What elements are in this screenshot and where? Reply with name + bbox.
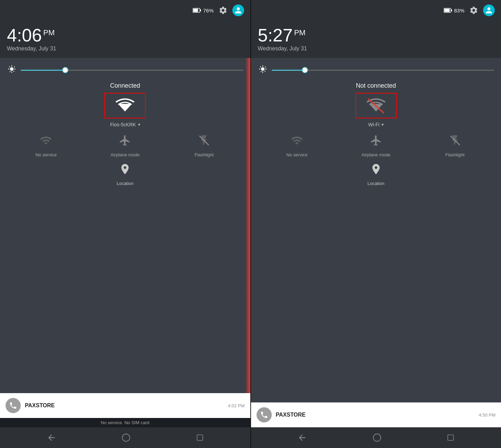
- right-location-icon: [370, 163, 382, 178]
- svg-rect-9: [444, 9, 450, 12]
- right-brightness-thumb: [302, 67, 308, 73]
- right-phone-panel: 83% 5:27PM Wednesday, July 31: [251, 0, 501, 448]
- right-back-button[interactable]: [297, 433, 307, 442]
- right-location-label: Location: [367, 181, 384, 186]
- left-back-button[interactable]: [47, 433, 56, 442]
- left-time: 4:06: [7, 25, 42, 45]
- svg-rect-6: [197, 435, 203, 441]
- left-airplane-label: Airplane mode: [110, 152, 139, 157]
- svg-marker-3: [118, 104, 132, 111]
- right-nav-bar: [251, 427, 501, 448]
- left-no-service-toggle[interactable]: No service: [32, 134, 60, 157]
- left-wifi-section: Connected Fios-5cKRK ▾: [7, 82, 243, 127]
- right-brightness-fill: [272, 70, 305, 71]
- left-no-service-label: No service: [36, 152, 57, 157]
- right-settings-icon[interactable]: [468, 4, 480, 16]
- left-brightness-fill: [21, 70, 65, 71]
- right-wifi-icon-box[interactable]: [355, 93, 397, 118]
- right-no-service-toggle[interactable]: No service: [283, 134, 311, 157]
- left-flashlight-icon: [198, 134, 210, 149]
- gear-icon: [219, 6, 228, 15]
- right-notif-app: PAXSTORE: [276, 412, 475, 418]
- left-flashlight-toggle[interactable]: Flashlight: [190, 134, 218, 157]
- left-notif-app: PAXSTORE: [25, 402, 224, 409]
- right-time-section: 5:27PM Wednesday, July 31: [251, 21, 501, 58]
- right-notif-content: PAXSTORE: [276, 412, 475, 418]
- right-brightness-icon[interactable]: [258, 65, 268, 75]
- right-location-row: Location: [258, 163, 494, 186]
- person-icon: [234, 7, 242, 14]
- left-time-display: 4:06PM: [7, 26, 243, 44]
- right-wifi-chevron: ▾: [382, 122, 384, 127]
- left-wifi-icon-box[interactable]: [104, 93, 146, 118]
- left-notif-time: 4:02 PM: [228, 403, 244, 408]
- left-brightness-track[interactable]: [21, 70, 243, 71]
- right-brightness-row: [258, 65, 494, 75]
- left-location-icon: [119, 163, 131, 178]
- left-notif-icon: [6, 398, 21, 413]
- left-settings-icon[interactable]: [217, 4, 229, 16]
- right-airplane-icon: [370, 134, 382, 149]
- left-airplane-toggle[interactable]: Airplane mode: [110, 134, 139, 157]
- left-status-text: No service. No SIM card: [101, 420, 150, 425]
- right-wifi-section: Not connected Wi-Fi ▾: [258, 82, 494, 127]
- right-flashlight-icon: [449, 134, 461, 149]
- left-bottom-status: No service. No SIM card: [0, 418, 250, 427]
- wifi-disconnected-icon: [366, 97, 386, 114]
- right-user-icon[interactable]: [483, 4, 495, 16]
- right-battery-percent: 83%: [454, 8, 464, 13]
- right-signal-icon: [291, 134, 303, 149]
- left-airplane-icon: [119, 134, 131, 149]
- right-date: Wednesday, July 31: [258, 46, 494, 52]
- right-quick-toggles: No service Airplane mode: [258, 134, 494, 157]
- left-date: Wednesday, July 31: [7, 46, 243, 52]
- right-airplane-label: Airplane mode: [362, 152, 391, 157]
- left-brightness-row: [7, 65, 243, 75]
- right-flashlight-label: Flashlight: [445, 152, 465, 157]
- right-notification[interactable]: PAXSTORE 4:50 PM: [251, 402, 501, 427]
- right-flashlight-toggle[interactable]: Flashlight: [441, 134, 469, 157]
- left-location-row: Location: [7, 163, 243, 186]
- right-person-icon: [485, 7, 493, 14]
- right-recents-button[interactable]: [447, 434, 454, 441]
- left-user-icon[interactable]: [232, 4, 244, 16]
- left-location-toggle[interactable]: Location: [111, 163, 139, 186]
- wifi-connected-icon: [115, 97, 135, 114]
- right-airplane-toggle[interactable]: Airplane mode: [362, 134, 391, 157]
- svg-rect-8: [451, 9, 452, 11]
- left-notification[interactable]: PAXSTORE 4:02 PM: [0, 393, 250, 418]
- right-location-toggle[interactable]: Location: [362, 163, 390, 186]
- right-brightness-track[interactable]: [272, 70, 494, 71]
- left-period: PM: [43, 28, 55, 37]
- left-nav-bar: [0, 427, 250, 448]
- left-wifi-status: Connected: [110, 82, 140, 89]
- left-notif-content: PAXSTORE: [25, 402, 224, 409]
- right-wifi-network[interactable]: Wi-Fi ▾: [368, 122, 384, 127]
- right-battery-info: 83%: [444, 8, 464, 13]
- left-battery-percent: 76%: [203, 8, 213, 13]
- right-battery-icon: [444, 8, 452, 13]
- left-wifi-network[interactable]: Fios-5cKRK ▾: [110, 122, 140, 127]
- left-quick-toggles: No service Airplane mode: [7, 134, 243, 157]
- svg-point-13: [373, 434, 381, 441]
- left-status-bar: 76%: [0, 0, 250, 21]
- left-recents-button[interactable]: [196, 434, 204, 441]
- right-gear-icon: [469, 6, 478, 15]
- battery-icon: [193, 8, 201, 13]
- svg-rect-2: [193, 9, 198, 12]
- right-period: PM: [294, 28, 306, 37]
- left-brightness-thumb: [62, 67, 68, 73]
- left-signal-icon: [40, 134, 52, 149]
- right-home-button[interactable]: [373, 433, 382, 442]
- left-quick-settings: Connected Fios-5cKRK ▾: [0, 58, 250, 393]
- svg-point-5: [122, 434, 130, 441]
- left-flashlight-label: Flashlight: [194, 152, 214, 157]
- left-network-name: Fios-5cKRK: [110, 122, 136, 127]
- right-network-name: Wi-Fi: [368, 122, 379, 127]
- left-home-button[interactable]: [122, 433, 131, 442]
- right-time: 5:27: [258, 25, 293, 45]
- left-battery-info: 76%: [193, 8, 213, 13]
- svg-rect-14: [448, 435, 454, 441]
- right-time-display: 5:27PM: [258, 26, 494, 44]
- brightness-icon[interactable]: [7, 65, 17, 75]
